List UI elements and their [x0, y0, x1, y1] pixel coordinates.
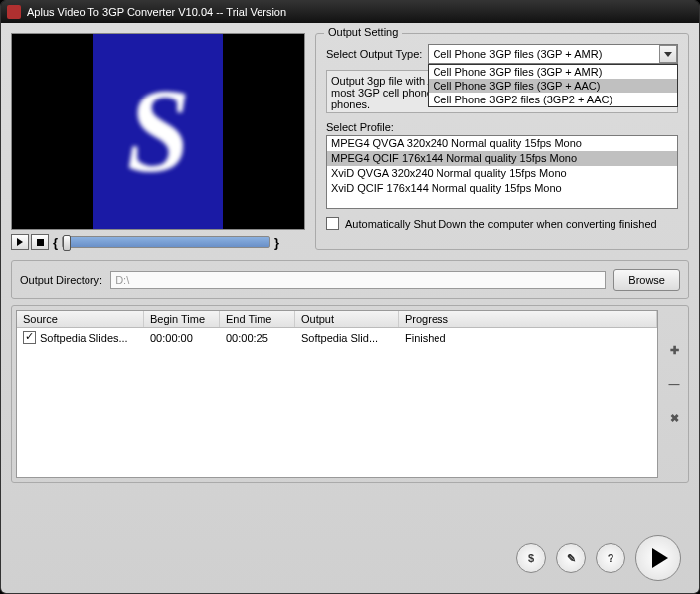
stop-button[interactable] — [31, 234, 49, 250]
dollar-icon: $ — [528, 552, 534, 564]
help-button[interactable]: ? — [596, 543, 625, 573]
cell-end: 00:00:25 — [220, 331, 295, 345]
mark-out-bracket[interactable]: } — [272, 235, 281, 250]
remove-file-button[interactable]: — — [664, 374, 684, 394]
profile-listbox[interactable]: MPEG4 QVGA 320x240 Normal quality 15fps … — [326, 135, 678, 209]
play-button[interactable] — [11, 234, 29, 250]
output-type-option[interactable]: Cell Phone 3GP2 files (3GP2 + AAC) — [429, 93, 677, 106]
output-directory-label: Output Directory: — [20, 274, 102, 286]
auto-shutdown-label: Automatically Shut Down the computer whe… — [345, 218, 657, 230]
browse-button[interactable]: Browse — [613, 269, 680, 291]
window-title: Aplus Video To 3GP Converter V10.04 -- T… — [27, 6, 286, 18]
th-source[interactable]: Source — [17, 311, 144, 327]
profile-item[interactable]: MPEG4 QVGA 320x240 Normal quality 15fps … — [327, 136, 677, 151]
output-type-combo[interactable]: Cell Phone 3GP files (3GP + AMR) — [428, 44, 678, 64]
minus-icon: — — [669, 378, 680, 390]
mark-in-bracket[interactable]: { — [51, 235, 60, 250]
select-output-type-label: Select Output Type: — [326, 48, 422, 60]
play-icon — [652, 548, 668, 568]
output-type-dropdown[interactable]: Cell Phone 3GP files (3GP + AMR) Cell Ph… — [428, 64, 678, 107]
cell-begin: 00:00:00 — [144, 331, 220, 345]
th-output[interactable]: Output — [295, 311, 399, 327]
cell-source: Softpedia Slides... — [40, 332, 128, 344]
th-progress[interactable]: Progress — [399, 311, 657, 327]
plus-icon: ✚ — [670, 344, 679, 357]
output-directory-input[interactable] — [110, 271, 606, 289]
select-profile-label: Select Profile: — [326, 121, 678, 133]
convert-button[interactable] — [635, 535, 681, 581]
buy-button[interactable]: $ — [516, 543, 546, 573]
cell-progress: Finished — [399, 331, 657, 345]
profile-item[interactable]: XviD QVGA 320x240 Normal quality 15fps M… — [327, 166, 677, 181]
key-icon: ✎ — [567, 552, 576, 565]
cell-output: Softpedia Slid... — [295, 331, 399, 345]
help-icon: ? — [608, 552, 614, 564]
th-begin-time[interactable]: Begin Time — [144, 311, 220, 327]
add-file-button[interactable]: ✚ — [664, 340, 684, 360]
output-setting-group: Output Setting Select Output Type: Cell … — [315, 33, 689, 250]
chevron-down-icon[interactable] — [659, 45, 677, 63]
register-button[interactable]: ✎ — [556, 543, 586, 573]
seek-thumb[interactable] — [63, 235, 71, 251]
th-end-time[interactable]: End Time — [220, 311, 295, 327]
profile-item[interactable]: MPEG4 QCIF 176x144 Normal quality 15fps … — [327, 151, 677, 166]
output-type-option[interactable]: Cell Phone 3GP files (3GP + AMR) — [429, 65, 677, 79]
preview-letter: S — [126, 63, 189, 200]
auto-shutdown-checkbox[interactable] — [326, 217, 339, 230]
profile-item[interactable]: XviD QCIF 176x144 Normal quality 15fps M… — [327, 181, 677, 196]
output-type-option[interactable]: Cell Phone 3GP files (3GP + AAC) — [429, 79, 677, 93]
table-header: Source Begin Time End Time Output Progre… — [17, 311, 657, 328]
output-setting-legend: Output Setting — [324, 26, 402, 38]
output-type-selected: Cell Phone 3GP files (3GP + AMR) — [433, 48, 602, 60]
titlebar[interactable]: Aplus Video To 3GP Converter V10.04 -- T… — [1, 1, 699, 23]
close-icon: ✖ — [670, 412, 679, 425]
row-checkbox[interactable] — [23, 331, 36, 344]
video-preview: S — [11, 33, 305, 230]
output-directory-group: Output Directory: Browse — [11, 260, 689, 299]
table-row[interactable]: Softpedia Slides... 00:00:00 00:00:25 So… — [17, 328, 657, 347]
seek-slider[interactable] — [62, 236, 270, 248]
clear-files-button[interactable]: ✖ — [664, 408, 684, 428]
file-table[interactable]: Source Begin Time End Time Output Progre… — [16, 310, 658, 478]
app-icon — [7, 5, 21, 19]
